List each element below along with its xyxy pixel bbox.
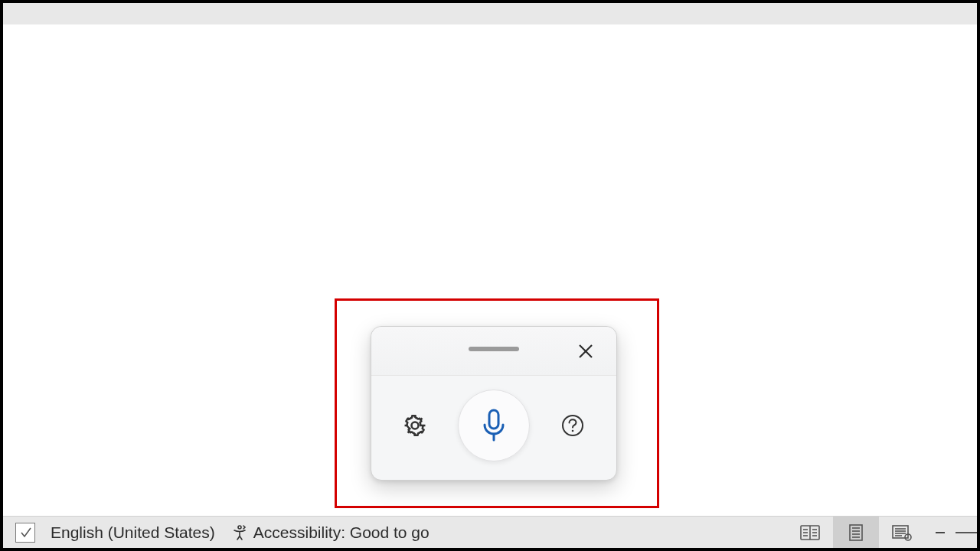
dictate-widget (371, 326, 617, 481)
status-right (787, 517, 977, 548)
spellcheck-indicator[interactable] (3, 517, 43, 548)
web-layout-button[interactable] (879, 517, 925, 548)
svg-point-6 (572, 430, 574, 432)
ribbon-placeholder (3, 3, 977, 24)
dictate-body (371, 376, 616, 480)
status-bar: English (United States) Accessibility: G… (3, 516, 977, 548)
language-status[interactable]: English (United States) (43, 517, 223, 548)
drag-handle-icon[interactable] (469, 347, 519, 351)
dictate-header[interactable] (371, 327, 616, 376)
document-area[interactable] (3, 24, 977, 516)
read-mode-button[interactable] (787, 517, 833, 548)
zoom-slider[interactable] (956, 517, 977, 548)
accessibility-label: Accessibility: Good to go (253, 523, 430, 542)
gear-icon (402, 412, 428, 439)
settings-button[interactable] (398, 409, 432, 442)
help-button[interactable] (556, 409, 590, 442)
accessibility-icon (230, 523, 249, 542)
web-layout-icon (891, 524, 913, 541)
zoom-out-button[interactable] (925, 517, 956, 548)
status-left: English (United States) Accessibility: G… (3, 517, 437, 548)
app-frame: English (United States) Accessibility: G… (3, 3, 977, 548)
svg-point-7 (238, 526, 241, 529)
svg-point-2 (411, 422, 418, 429)
language-label: English (United States) (51, 523, 215, 542)
help-icon (560, 413, 585, 438)
minus-icon (934, 527, 946, 539)
accessibility-status[interactable]: Accessibility: Good to go (223, 517, 437, 548)
close-icon (577, 343, 594, 360)
read-mode-icon (799, 524, 821, 541)
proofing-icon (15, 523, 35, 543)
microphone-icon (479, 407, 509, 444)
microphone-button[interactable] (458, 390, 530, 461)
close-button[interactable] (573, 339, 598, 364)
print-layout-button[interactable] (833, 517, 879, 548)
svg-rect-3 (489, 410, 498, 429)
print-layout-icon (847, 523, 865, 542)
svg-rect-16 (850, 525, 862, 540)
